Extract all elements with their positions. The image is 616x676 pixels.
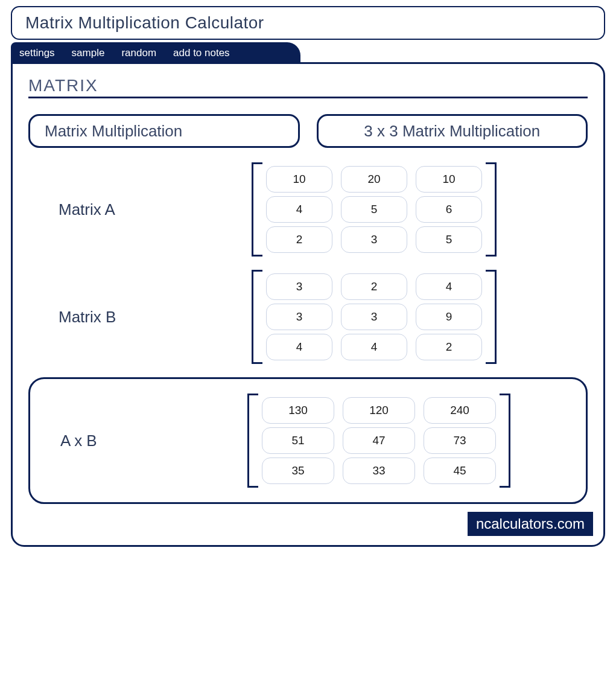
bracket-left-icon [252, 162, 262, 257]
footer-badge: ncalculators.com [28, 511, 594, 537]
matrix-b-cell[interactable]: 4 [266, 334, 332, 360]
matrix-a-cell[interactable]: 2 [266, 226, 332, 253]
pill-matrix-multiplication[interactable]: Matrix Multiplication [28, 114, 300, 148]
matrix-b-cell[interactable]: 2 [341, 273, 407, 300]
matrix-result-label: A x B [42, 432, 247, 450]
matrix-result-cell: 240 [424, 397, 496, 424]
tab-sample[interactable]: sample [72, 47, 105, 59]
matrix-a-cell[interactable]: 5 [416, 226, 482, 253]
matrix-b-cell[interactable]: 3 [266, 273, 332, 300]
footer-link[interactable]: ncalculators.com [467, 511, 594, 537]
matrix-result-cell: 47 [343, 427, 415, 454]
pill-3x3-matrix-multiplication[interactable]: 3 x 3 Matrix Multiplication [317, 114, 588, 148]
matrix-b-cell[interactable]: 4 [416, 273, 482, 300]
section-header: MATRIX [28, 76, 588, 98]
matrix-b-row: Matrix B 3 2 4 3 3 9 4 4 2 [28, 270, 588, 364]
bracket-right-icon [486, 270, 497, 364]
tab-settings[interactable]: settings [19, 47, 55, 59]
matrix-a-grid: 10 20 10 4 5 6 2 3 5 [266, 166, 482, 253]
matrix-result-cell: 73 [424, 427, 496, 454]
bracket-right-icon [500, 394, 510, 488]
tab-random[interactable]: random [121, 47, 156, 59]
matrix-result-cell: 51 [262, 427, 334, 454]
matrix-a-cell[interactable]: 10 [416, 166, 482, 193]
matrix-b-label: Matrix B [28, 308, 252, 327]
matrix-result-cell: 120 [343, 397, 415, 424]
bracket-left-icon [252, 270, 262, 364]
matrix-result-cell: 130 [262, 397, 334, 424]
pill-left-label: Matrix Multiplication [45, 122, 182, 141]
pill-right-label: 3 x 3 Matrix Multiplication [364, 122, 540, 141]
matrix-a-bracket: 10 20 10 4 5 6 2 3 5 [252, 162, 497, 257]
matrix-a-cell[interactable]: 6 [416, 196, 482, 223]
matrix-a-cell[interactable]: 10 [266, 166, 332, 193]
tabs-row: settings sample random add to notes [11, 42, 300, 64]
matrix-result-bracket: 130 120 240 51 47 73 35 33 45 [247, 394, 510, 488]
page-title: Matrix Multiplication Calculator [11, 6, 605, 40]
main-panel: MATRIX Matrix Multiplication 3 x 3 Matri… [11, 62, 605, 547]
matrix-a-cell[interactable]: 5 [341, 196, 407, 223]
matrix-b-cell[interactable]: 9 [416, 304, 482, 330]
matrix-result-cell: 33 [343, 458, 415, 484]
matrix-result-cell: 45 [424, 458, 496, 484]
matrix-a-label: Matrix A [28, 200, 252, 219]
matrix-a-row: Matrix A 10 20 10 4 5 6 2 3 5 [28, 162, 588, 257]
matrix-result-grid: 130 120 240 51 47 73 35 33 45 [262, 397, 496, 484]
matrix-b-cell[interactable]: 4 [341, 334, 407, 360]
matrix-b-grid: 3 2 4 3 3 9 4 4 2 [266, 273, 482, 360]
result-box: A x B 130 120 240 51 47 73 35 33 45 [28, 377, 588, 504]
pill-row: Matrix Multiplication 3 x 3 Matrix Multi… [28, 114, 588, 148]
matrix-a-cell[interactable]: 4 [266, 196, 332, 223]
matrix-result-row: A x B 130 120 240 51 47 73 35 33 45 [42, 394, 574, 488]
matrix-b-cell[interactable]: 3 [266, 304, 332, 330]
page-title-text: Matrix Multiplication Calculator [25, 13, 264, 32]
matrix-b-cell[interactable]: 2 [416, 334, 482, 360]
bracket-left-icon [247, 394, 258, 488]
matrix-b-cell[interactable]: 3 [341, 304, 407, 330]
matrix-a-cell[interactable]: 3 [341, 226, 407, 253]
matrix-result-cell: 35 [262, 458, 334, 484]
bracket-right-icon [486, 162, 497, 257]
matrix-a-cell[interactable]: 20 [341, 166, 407, 193]
matrix-b-bracket: 3 2 4 3 3 9 4 4 2 [252, 270, 497, 364]
tab-add-to-notes[interactable]: add to notes [173, 47, 230, 59]
